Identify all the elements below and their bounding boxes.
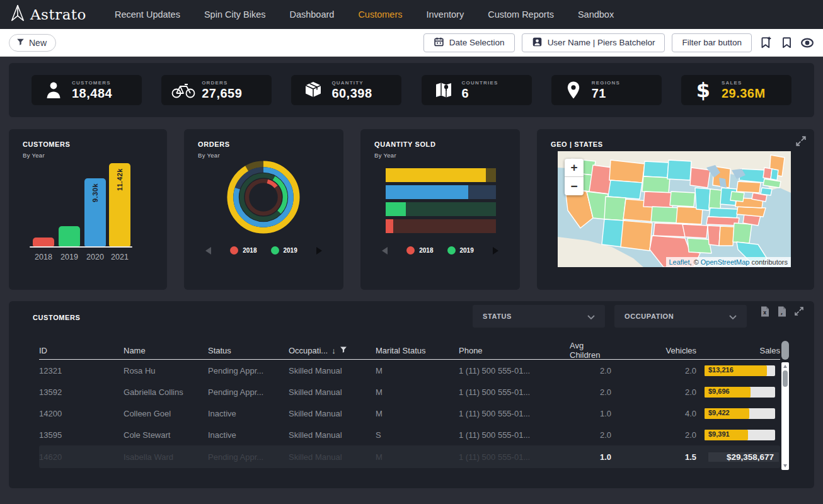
- cell-status: Pending Appr...: [208, 366, 289, 375]
- column-header-label: Phone: [459, 346, 483, 355]
- column-header-sales[interactable]: Sales: [696, 346, 780, 355]
- map-zoom-control: + −: [565, 159, 584, 195]
- bookmark-icon[interactable]: [780, 36, 793, 50]
- ghost-cell-name: Isabella Ward: [124, 452, 208, 462]
- astrato-logo[interactable]: Astrato: [10, 4, 86, 25]
- quantity-bar-2018[interactable]: [386, 219, 496, 233]
- cell-status: Inactive: [208, 409, 289, 418]
- totals-avg-children: 1.0: [570, 452, 611, 462]
- quantity-bar-2019[interactable]: [386, 202, 496, 216]
- export-csv-icon[interactable]: ,: [777, 306, 787, 316]
- kpi-card-countries: COUNTRIES6: [422, 75, 532, 105]
- quantity-bar-2020[interactable]: [386, 185, 496, 199]
- legend-prev-arrow[interactable]: [382, 247, 388, 255]
- column-header-status[interactable]: Status: [208, 346, 289, 355]
- column-filter-icon[interactable]: [340, 346, 347, 355]
- x-tick-label: 2018: [30, 253, 57, 261]
- expand-icon[interactable]: [795, 135, 807, 147]
- bar-fill: [386, 202, 406, 216]
- table-row[interactable]: 12321Rosa HuPending Appr...Skilled Manua…: [39, 360, 780, 381]
- legend-prev-arrow[interactable]: [205, 247, 211, 255]
- column-header-occupati-[interactable]: Occupati...↓: [289, 346, 376, 355]
- scroll-down-arrow[interactable]: [783, 464, 787, 467]
- occupation-filter-dropdown[interactable]: OCCUPATION: [614, 305, 747, 328]
- bar-2018[interactable]: [33, 238, 54, 246]
- zoom-out-button[interactable]: −: [565, 177, 584, 195]
- cell-avg_children: 2.0: [570, 430, 611, 440]
- legend-item-2019[interactable]: 2019: [271, 246, 297, 255]
- column-header-avg-children[interactable]: Avg Children: [570, 341, 611, 360]
- legend-item-2018[interactable]: 2018: [230, 246, 256, 255]
- leaflet-map[interactable]: + − Leaflet, © OpenStreetMap contributor…: [558, 151, 791, 267]
- leaflet-link[interactable]: Leaflet: [669, 258, 690, 266]
- kpi-card-quantity: QUANTITY60,398: [291, 75, 401, 105]
- bar-2020[interactable]: 9.30k: [84, 178, 106, 246]
- scrollbar-thumb[interactable]: [783, 370, 788, 387]
- bookmark-add-icon[interactable]: [759, 36, 773, 50]
- attr-separator: , ©: [690, 258, 701, 266]
- kpi-card-sales: $SALES29.36M: [681, 75, 791, 105]
- legend-next-arrow[interactable]: [493, 247, 498, 255]
- column-header-vehicles[interactable]: Vehicles: [611, 346, 696, 355]
- expand-icon[interactable]: [794, 306, 804, 316]
- openstreetmap-link[interactable]: OpenStreetMap: [701, 258, 750, 266]
- legend-dot: [230, 246, 238, 255]
- nav-item-dashboard[interactable]: Dashboard: [277, 0, 346, 29]
- table-totals-row: 14620Isabella WardPending Appr...Skilled…: [39, 445, 780, 468]
- bar-2021[interactable]: 11.42k: [109, 163, 130, 246]
- eye-icon[interactable]: [800, 36, 814, 50]
- nav-item-customers[interactable]: Customers: [346, 0, 414, 29]
- nav-item-spin-city-bikes[interactable]: Spin City Bikes: [192, 0, 278, 29]
- cell-id: 13592: [39, 387, 124, 397]
- column-header-marital-status[interactable]: Marital Status: [376, 346, 459, 355]
- nav-item-inventory[interactable]: Inventory: [415, 0, 476, 29]
- table-row[interactable]: 13595Cole StewartInactiveSkilled ManualS…: [39, 424, 780, 445]
- date-selection-label: Date Selection: [449, 38, 505, 47]
- chart-title: GEO | STATES: [551, 140, 603, 148]
- ghost-cell-occupation: Skilled Manual: [289, 452, 376, 462]
- us-states-map: [558, 151, 791, 267]
- kpi-label: REGIONS: [592, 80, 620, 86]
- filter-bar-button[interactable]: Filter bar button: [672, 33, 752, 52]
- date-selection-button[interactable]: Date Selection: [423, 33, 515, 52]
- legend-next-arrow[interactable]: [316, 247, 322, 255]
- column-header-id[interactable]: ID: [39, 346, 124, 355]
- bar-2019[interactable]: [59, 226, 80, 246]
- legend-label: 2018: [243, 247, 256, 254]
- cell-name: Rosa Hu: [124, 366, 208, 375]
- legend-item-2019[interactable]: 2019: [447, 246, 474, 255]
- nav-item-recent-updates[interactable]: Recent Updates: [103, 0, 192, 29]
- table-row[interactable]: 13592Gabriella CollinsPending Appr...Ski…: [39, 381, 780, 403]
- scroll-up-arrow[interactable]: [783, 365, 787, 368]
- zoom-in-button[interactable]: +: [565, 159, 584, 177]
- export-excel-icon[interactable]: x: [760, 306, 770, 316]
- table-actions: x ,: [760, 306, 804, 316]
- table-scrollbar: [781, 341, 789, 470]
- x-axis-line: [30, 246, 132, 248]
- chevron-down-icon: [729, 311, 737, 322]
- attr-rest: contributors: [749, 258, 788, 266]
- totals-sales-value: $29,358,677: [727, 452, 775, 462]
- nav-item-sandbox[interactable]: Sandbox: [566, 0, 626, 29]
- nav-item-custom-reports[interactable]: Custom Reports: [476, 0, 566, 29]
- sales-data-bar: $9,391: [705, 430, 775, 440]
- cell-id: 13595: [39, 430, 124, 440]
- status-filter-dropdown[interactable]: STATUS: [473, 305, 605, 328]
- new-filter-button[interactable]: New: [9, 34, 56, 52]
- scrollbar-cap[interactable]: [781, 341, 789, 360]
- bar-value-label: 11.42k: [116, 168, 124, 191]
- column-header-phone[interactable]: Phone: [459, 346, 570, 355]
- orders-by-year-donut[interactable]: [219, 153, 308, 241]
- chart-title: QUANTITY SOLD: [374, 140, 435, 148]
- user-name-button[interactable]: User Name | Piers Batchelor: [522, 33, 665, 52]
- legend-item-2018[interactable]: 2018: [406, 246, 433, 255]
- table-row[interactable]: 14200Colleen GoelInactiveSkilled ManualM…: [39, 403, 780, 424]
- sort-desc-icon[interactable]: ↓: [331, 346, 336, 355]
- column-header-name[interactable]: Name: [124, 346, 208, 355]
- cell-occupation: Skilled Manual: [289, 409, 376, 418]
- cell-phone: 1 (11) 500 555-01...: [459, 366, 570, 375]
- customers-by-year-chart[interactable]: 201820199.30k202011.42k2021: [30, 163, 132, 248]
- quantity-bar-2021[interactable]: [386, 168, 496, 182]
- chart-title: ORDERS: [198, 140, 230, 148]
- scrollbar-track[interactable]: [781, 362, 789, 470]
